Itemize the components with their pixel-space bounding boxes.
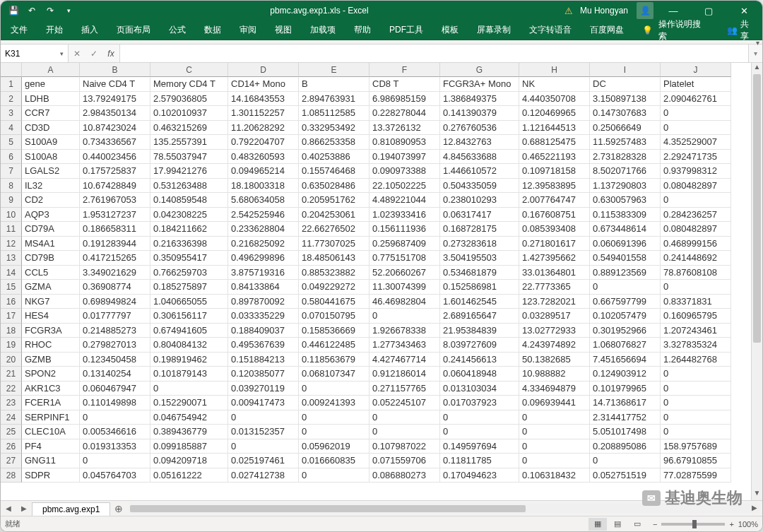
cell[interactable]: 0.045764703 (80, 468, 150, 483)
cell[interactable]: 1.121644513 (519, 121, 590, 136)
sheet-nav-prev-icon[interactable]: ◀ (1, 504, 16, 512)
cell[interactable]: 0 (661, 121, 731, 136)
cell[interactable]: 10.87423024 (80, 121, 150, 136)
cell[interactable]: 0.090973388 (369, 164, 440, 179)
cell[interactable]: LGALS2 (22, 164, 80, 179)
cell[interactable]: 158.9757689 (661, 439, 731, 454)
tab-templates[interactable]: 模板 (437, 20, 463, 40)
cell[interactable]: 0.446122485 (299, 338, 369, 353)
cell[interactable]: SPON2 (22, 367, 80, 382)
cell[interactable]: 4.427467714 (369, 353, 440, 367)
cell[interactable]: 8.039727609 (440, 338, 519, 353)
cell[interactable]: S100A8 (22, 150, 80, 165)
cell[interactable]: 0.912186014 (369, 367, 440, 382)
cell[interactable]: 0.019313353 (80, 439, 150, 454)
cell[interactable]: 0.05161222 (150, 468, 228, 483)
cell[interactable]: 46.46982804 (369, 295, 440, 309)
col-header-G[interactable]: G (440, 63, 519, 77)
cell[interactable]: GNG11 (22, 454, 80, 468)
cell[interactable]: 0.05962019 (299, 439, 369, 454)
cell[interactable]: 0 (440, 410, 519, 425)
cell[interactable]: 0 (661, 106, 731, 121)
cell[interactable]: 0.080482897 (661, 222, 731, 237)
cell[interactable]: 1.207243461 (661, 324, 731, 338)
cell[interactable]: IL32 (22, 179, 80, 194)
cell[interactable]: 1.068076827 (590, 338, 661, 353)
cell[interactable]: 0.350955417 (150, 251, 228, 266)
cell[interactable]: Naive CD4 T (80, 77, 150, 92)
row-header[interactable]: 20 (1, 353, 22, 367)
cell[interactable]: 0.052751519 (590, 468, 661, 483)
cell[interactable]: 0.102010937 (150, 106, 228, 121)
cell[interactable]: 78.87608108 (661, 266, 731, 280)
cell[interactable]: 0.214885273 (80, 324, 150, 338)
row-header[interactable]: 22 (1, 382, 22, 396)
row-header[interactable]: 21 (1, 367, 22, 382)
cell[interactable]: 0.25066649 (590, 121, 661, 136)
cell[interactable]: 0.667597799 (590, 295, 661, 309)
cell[interactable]: 2.314417752 (590, 410, 661, 425)
cell[interactable]: 0.186658311 (80, 222, 150, 237)
cell[interactable]: FCER1A (22, 396, 80, 410)
cell[interactable]: 17.99421276 (150, 164, 228, 179)
cell[interactable]: 0.096939441 (519, 396, 590, 410)
cell[interactable]: 0.109718158 (519, 164, 590, 179)
cell[interactable]: 22.7773365 (519, 280, 590, 295)
cell[interactable]: 5.680634058 (228, 193, 299, 208)
cell[interactable]: 0.039270119 (228, 382, 299, 396)
user-avatar[interactable]: 👤 (637, 2, 653, 19)
row-header[interactable]: 28 (1, 468, 22, 483)
cell[interactable]: Platelet (661, 77, 731, 92)
cell[interactable]: 0.017037923 (440, 396, 519, 410)
cell[interactable]: 0.152290071 (150, 396, 228, 410)
cell[interactable]: 0 (80, 410, 150, 425)
cell[interactable]: 1.085112585 (299, 106, 369, 121)
cell[interactable]: 0 (369, 309, 440, 324)
cell[interactable]: 0 (661, 280, 731, 295)
cell[interactable]: 0.792204707 (228, 135, 299, 150)
cell[interactable]: 0.106318432 (519, 468, 590, 483)
cell[interactable]: GZMA (22, 280, 80, 295)
cell[interactable]: 0.534681879 (440, 266, 519, 280)
cell[interactable]: 0.36908774 (80, 280, 150, 295)
col-header-C[interactable]: C (150, 63, 228, 77)
cell[interactable]: 0.013152357 (228, 425, 299, 439)
cell[interactable]: 96.67910855 (661, 454, 731, 468)
cell[interactable]: GZMB (22, 353, 80, 367)
vertical-scrollbar[interactable]: ▲ ▼ (751, 63, 762, 500)
cell[interactable]: 4.489221044 (369, 193, 440, 208)
cell[interactable]: 12.8432763 (440, 135, 519, 150)
col-header-E[interactable]: E (299, 63, 369, 77)
cell[interactable]: 0 (299, 425, 369, 439)
name-box-input[interactable] (5, 49, 47, 59)
cell[interactable]: 0.152586981 (440, 280, 519, 295)
cell[interactable]: 0.216825092 (228, 237, 299, 252)
cell[interactable]: 0.83371831 (661, 295, 731, 309)
cell[interactable]: SDPR (22, 468, 80, 483)
cell[interactable]: CD14+ Mono (228, 77, 299, 92)
formula-input[interactable] (120, 45, 748, 62)
cell[interactable]: 0.013103034 (440, 382, 519, 396)
tab-page-layout[interactable]: 页面布局 (112, 20, 155, 40)
cell[interactable]: DC (590, 77, 661, 92)
cell[interactable]: 1.277343463 (369, 338, 440, 353)
cell[interactable]: 0.241448692 (661, 251, 731, 266)
cell[interactable]: 4.352529007 (661, 135, 731, 150)
cell[interactable]: 0.11811785 (440, 454, 519, 468)
ribbon-expand-icon[interactable]: ▾ (756, 39, 759, 47)
autosave-icon[interactable]: 💾 (8, 5, 19, 16)
undo-icon[interactable]: ↶ (26, 5, 37, 16)
cell[interactable]: 0.284236257 (661, 208, 731, 223)
cell[interactable]: 0.440023456 (80, 150, 150, 165)
cell[interactable]: 1.601462545 (440, 295, 519, 309)
cell[interactable]: 0.271157765 (369, 382, 440, 396)
cell[interactable]: 0.810890953 (369, 135, 440, 150)
cell[interactable]: 0.101979965 (590, 382, 661, 396)
cell[interactable]: 0.580441675 (299, 295, 369, 309)
cell[interactable]: 2.984350134 (80, 106, 150, 121)
redo-icon[interactable]: ↷ (45, 5, 56, 16)
sheet-nav-next-icon[interactable]: ▶ (16, 504, 32, 512)
cell[interactable]: 78.55037947 (150, 150, 228, 165)
cell[interactable]: 22.66276502 (299, 222, 369, 237)
cell[interactable]: 2.292471735 (661, 150, 731, 165)
